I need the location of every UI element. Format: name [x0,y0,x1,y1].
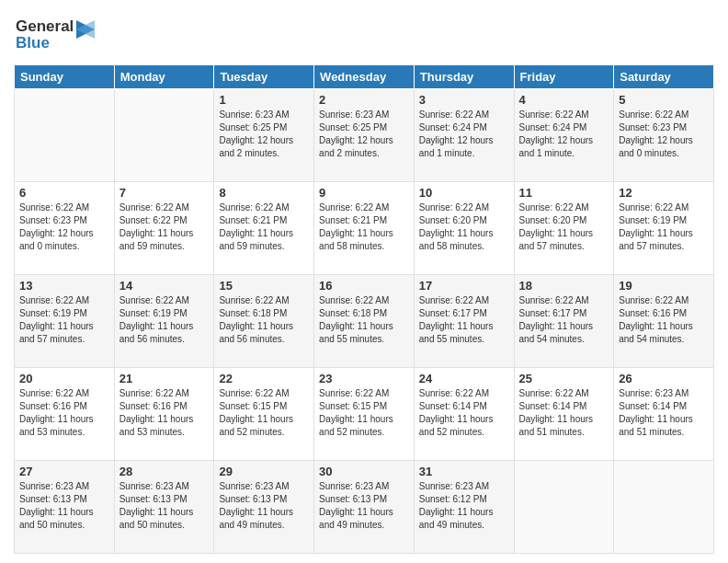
calendar-cell [15,89,115,182]
day-info: Sunrise: 6:22 AM Sunset: 6:14 PM Dayligh… [519,387,609,439]
weekday-header-wednesday: Wednesday [314,65,415,89]
weekday-header-tuesday: Tuesday [214,65,314,89]
day-number: 5 [619,93,709,107]
day-info: Sunrise: 6:22 AM Sunset: 6:24 PM Dayligh… [519,109,609,160]
logo-svg: General Blue [14,13,97,53]
day-number: 27 [19,465,109,478]
day-number: 18 [519,279,609,293]
day-info: Sunrise: 6:22 AM Sunset: 6:22 PM Dayligh… [119,201,210,253]
weekday-header-saturday: Saturday [614,65,714,89]
day-number: 21 [119,372,210,385]
day-number: 17 [419,279,509,293]
weekday-header-monday: Monday [114,65,214,89]
day-number: 28 [119,465,210,478]
calendar-week-row: 13Sunrise: 6:22 AM Sunset: 6:19 PM Dayli… [15,275,714,368]
day-info: Sunrise: 6:22 AM Sunset: 6:18 PM Dayligh… [319,294,409,346]
day-info: Sunrise: 6:22 AM Sunset: 6:24 PM Dayligh… [419,109,509,160]
day-number: 15 [219,279,309,293]
day-number: 12 [619,186,709,200]
day-info: Sunrise: 6:22 AM Sunset: 6:18 PM Dayligh… [219,294,309,346]
day-number: 20 [19,372,109,385]
day-number: 8 [219,186,309,200]
day-number: 6 [19,186,109,200]
day-info: Sunrise: 6:23 AM Sunset: 6:13 PM Dayligh… [319,480,409,532]
day-number: 30 [319,465,409,478]
day-info: Sunrise: 6:22 AM Sunset: 6:23 PM Dayligh… [619,109,709,160]
calendar-cell [514,461,614,554]
day-info: Sunrise: 6:22 AM Sunset: 6:19 PM Dayligh… [119,294,210,346]
day-number: 14 [119,279,210,293]
day-info: Sunrise: 6:22 AM Sunset: 6:23 PM Dayligh… [19,201,109,253]
day-info: Sunrise: 6:22 AM Sunset: 6:14 PM Dayligh… [419,387,509,439]
calendar-cell: 10Sunrise: 6:22 AM Sunset: 6:20 PM Dayli… [414,182,514,275]
calendar-week-row: 1Sunrise: 6:23 AM Sunset: 6:25 PM Daylig… [15,89,714,182]
day-number: 4 [519,93,609,107]
calendar-cell [114,89,214,182]
calendar-week-row: 6Sunrise: 6:22 AM Sunset: 6:23 PM Daylig… [15,182,714,275]
calendar-cell: 29Sunrise: 6:23 AM Sunset: 6:13 PM Dayli… [214,461,314,554]
day-info: Sunrise: 6:22 AM Sunset: 6:15 PM Dayligh… [219,387,309,439]
day-info: Sunrise: 6:22 AM Sunset: 6:17 PM Dayligh… [419,294,509,346]
calendar-cell: 25Sunrise: 6:22 AM Sunset: 6:14 PM Dayli… [514,368,614,461]
calendar-cell: 27Sunrise: 6:23 AM Sunset: 6:13 PM Dayli… [15,461,115,554]
calendar-cell: 13Sunrise: 6:22 AM Sunset: 6:19 PM Dayli… [15,275,115,368]
day-info: Sunrise: 6:22 AM Sunset: 6:19 PM Dayligh… [19,294,109,346]
weekday-header-friday: Friday [514,65,614,89]
day-number: 25 [519,372,609,385]
day-info: Sunrise: 6:22 AM Sunset: 6:20 PM Dayligh… [419,201,509,253]
calendar-cell: 22Sunrise: 6:22 AM Sunset: 6:15 PM Dayli… [214,368,314,461]
day-info: Sunrise: 6:23 AM Sunset: 6:25 PM Dayligh… [219,109,309,160]
day-number: 7 [119,186,210,200]
calendar-cell: 28Sunrise: 6:23 AM Sunset: 6:13 PM Dayli… [114,461,214,554]
day-info: Sunrise: 6:22 AM Sunset: 6:19 PM Dayligh… [619,201,709,253]
day-number: 24 [419,372,509,385]
calendar-cell: 1Sunrise: 6:23 AM Sunset: 6:25 PM Daylig… [214,89,314,182]
calendar-cell: 21Sunrise: 6:22 AM Sunset: 6:16 PM Dayli… [114,368,214,461]
day-number: 22 [219,372,309,385]
calendar-table: SundayMondayTuesdayWednesdayThursdayFrid… [14,64,714,554]
calendar-cell: 20Sunrise: 6:22 AM Sunset: 6:16 PM Dayli… [15,368,115,461]
calendar-cell: 6Sunrise: 6:22 AM Sunset: 6:23 PM Daylig… [15,182,115,275]
calendar-cell: 15Sunrise: 6:22 AM Sunset: 6:18 PM Dayli… [214,275,314,368]
weekday-header-sunday: Sunday [15,65,115,89]
calendar-cell: 11Sunrise: 6:22 AM Sunset: 6:20 PM Dayli… [514,182,614,275]
day-number: 10 [419,186,509,200]
svg-text:General: General [16,17,74,35]
day-info: Sunrise: 6:23 AM Sunset: 6:13 PM Dayligh… [119,480,210,532]
calendar-cell: 31Sunrise: 6:23 AM Sunset: 6:12 PM Dayli… [414,461,514,554]
day-number: 19 [619,279,709,293]
day-info: Sunrise: 6:23 AM Sunset: 6:25 PM Dayligh… [319,109,409,160]
calendar-cell: 18Sunrise: 6:22 AM Sunset: 6:17 PM Dayli… [514,275,614,368]
calendar-cell: 14Sunrise: 6:22 AM Sunset: 6:19 PM Dayli… [114,275,214,368]
day-info: Sunrise: 6:23 AM Sunset: 6:12 PM Dayligh… [419,480,509,532]
calendar-cell: 9Sunrise: 6:22 AM Sunset: 6:21 PM Daylig… [314,182,415,275]
day-info: Sunrise: 6:23 AM Sunset: 6:14 PM Dayligh… [619,387,709,439]
calendar-cell: 3Sunrise: 6:22 AM Sunset: 6:24 PM Daylig… [414,89,514,182]
calendar-cell: 24Sunrise: 6:22 AM Sunset: 6:14 PM Dayli… [414,368,514,461]
calendar-cell: 16Sunrise: 6:22 AM Sunset: 6:18 PM Dayli… [314,275,415,368]
calendar-cell [614,461,714,554]
day-info: Sunrise: 6:22 AM Sunset: 6:15 PM Dayligh… [319,387,409,439]
day-info: Sunrise: 6:22 AM Sunset: 6:17 PM Dayligh… [519,294,609,346]
day-number: 31 [419,465,509,478]
day-info: Sunrise: 6:22 AM Sunset: 6:21 PM Dayligh… [219,201,309,253]
logo-block: General Blue [14,13,97,57]
day-number: 13 [19,279,109,293]
calendar-cell: 26Sunrise: 6:23 AM Sunset: 6:14 PM Dayli… [614,368,714,461]
calendar-cell: 4Sunrise: 6:22 AM Sunset: 6:24 PM Daylig… [514,89,614,182]
calendar-cell: 19Sunrise: 6:22 AM Sunset: 6:16 PM Dayli… [614,275,714,368]
calendar-cell: 17Sunrise: 6:22 AM Sunset: 6:17 PM Dayli… [414,275,514,368]
svg-text:Blue: Blue [16,34,50,52]
day-info: Sunrise: 6:23 AM Sunset: 6:13 PM Dayligh… [219,480,309,532]
day-number: 1 [219,93,309,107]
day-number: 16 [319,279,409,293]
calendar-cell: 7Sunrise: 6:22 AM Sunset: 6:22 PM Daylig… [114,182,214,275]
calendar-week-row: 27Sunrise: 6:23 AM Sunset: 6:13 PM Dayli… [15,461,714,554]
calendar-week-row: 20Sunrise: 6:22 AM Sunset: 6:16 PM Dayli… [15,368,714,461]
calendar-cell: 12Sunrise: 6:22 AM Sunset: 6:19 PM Dayli… [614,182,714,275]
page: General Blue SundayMondayTuesdayWednesda… [0,0,728,563]
calendar-cell: 5Sunrise: 6:22 AM Sunset: 6:23 PM Daylig… [614,89,714,182]
day-info: Sunrise: 6:22 AM Sunset: 6:20 PM Dayligh… [519,201,609,253]
weekday-header-thursday: Thursday [414,65,514,89]
day-info: Sunrise: 6:22 AM Sunset: 6:21 PM Dayligh… [319,201,409,253]
